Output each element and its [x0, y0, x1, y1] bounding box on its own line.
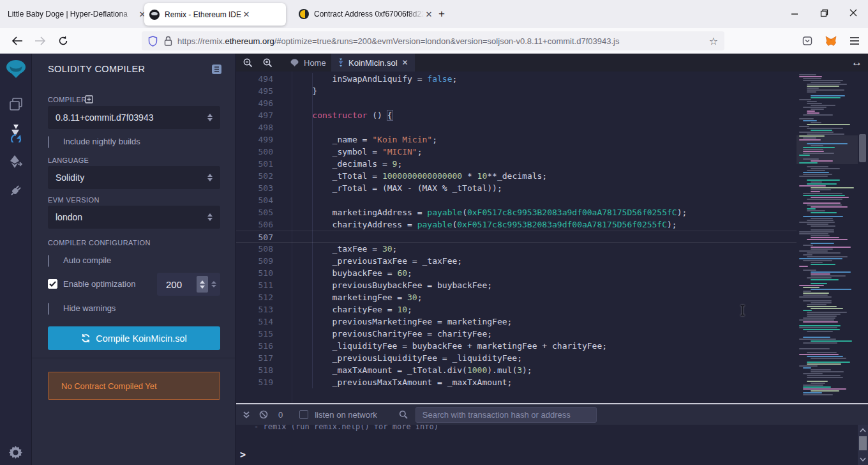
optimization-runs-input[interactable]: [157, 273, 220, 296]
zoom-out-icon[interactable]: [243, 58, 253, 70]
compiler-version-select[interactable]: 0.8.11+commit.d7f03943: [48, 106, 220, 129]
code-line-508[interactable]: 508 _taxFee = 30;: [236, 243, 797, 255]
terminal-collapse-icon[interactable]: [243, 411, 250, 419]
remix-favicon: [149, 10, 160, 20]
add-compiler-icon[interactable]: [85, 95, 93, 106]
code-line-502[interactable]: 502 _tTotal = 1000000000000000 * 10**_de…: [236, 170, 797, 182]
minimap-code-mark: [807, 316, 837, 317]
tab-home[interactable]: Home: [283, 54, 333, 72]
minimap[interactable]: [797, 72, 858, 404]
new-tab-button[interactable]: +: [434, 6, 449, 22]
minimap-code-mark: [803, 385, 823, 386]
language-select[interactable]: Solidity: [48, 166, 220, 189]
file-explorer-icon[interactable]: [0, 91, 32, 117]
menu-hamburger-icon[interactable]: [845, 28, 864, 54]
minimap-code-mark: [799, 176, 828, 177]
code-line-495[interactable]: 495 }: [236, 85, 797, 97]
code-line-513[interactable]: 513 charityFee = 10;: [236, 303, 797, 316]
code-line-498[interactable]: 498: [236, 121, 797, 133]
code-line-511[interactable]: 511 previousBuybackFee = buybackFee;: [236, 279, 797, 291]
terminal-prompt[interactable]: >: [240, 449, 246, 461]
compile-button[interactable]: Compile KoinMicin.sol: [48, 326, 220, 350]
enable-optimization-checkbox[interactable]: [48, 279, 57, 289]
minimap-code-mark: [811, 191, 820, 192]
code-line-494[interactable]: 494 inSwapAndLiquify = false;: [236, 73, 797, 85]
docs-book-icon[interactable]: [211, 64, 222, 77]
listen-on-network-checkbox[interactable]: [299, 410, 308, 419]
forward-button-disabled[interactable]: [31, 28, 50, 54]
minimap-code-mark: [807, 199, 842, 200]
code-line-497[interactable]: 497 constructor () {: [236, 109, 797, 121]
clear-console-icon[interactable]: [259, 410, 268, 419]
code-editor[interactable]: 494 inSwapAndLiquify = false;495 }496497…: [236, 72, 868, 404]
plugin-manager-icon[interactable]: [0, 178, 32, 203]
minimap-code-mark: [811, 248, 833, 250]
terminal-content[interactable]: - remix (run remix.help() for more info)…: [236, 425, 868, 465]
code-line-518[interactable]: 518 _maxTxAmount = _tTotal.div(1000).mul…: [236, 364, 797, 376]
terminal-scrollbar[interactable]: [858, 425, 868, 465]
reload-button[interactable]: [54, 28, 73, 54]
close-tab-icon[interactable]: ✕: [424, 9, 434, 19]
minimap-code-mark: [807, 208, 816, 210]
close-file-icon[interactable]: ✕: [402, 58, 408, 67]
terminal-scrollbar-thumb[interactable]: [859, 436, 867, 450]
metamask-icon[interactable]: [821, 28, 841, 54]
auto-compile-checkbox[interactable]: [48, 255, 49, 267]
minimap-code-mark: [811, 273, 830, 275]
code-line-506[interactable]: 506 charityAddress = payable(0xF0517c8c9…: [236, 218, 797, 231]
url-bar[interactable]: https://remix.ethereum.org/#optimize=tru…: [142, 31, 724, 50]
minimap-code-mark: [803, 386, 831, 388]
minimap-code-mark: [803, 291, 811, 292]
code-line-519[interactable]: 519 _previousMaxTxAmount = _maxTxAmount;: [236, 376, 797, 388]
code-line-501[interactable]: 501 _decimals = 9;: [236, 158, 797, 170]
code-line-509[interactable]: 509 _previousTaxFee = _taxFee;: [236, 255, 797, 267]
code-line-512[interactable]: 512 marketingFee = 30;: [236, 291, 797, 303]
code-line-504[interactable]: 504: [236, 194, 797, 206]
minimap-code-mark: [803, 114, 833, 116]
solidity-compiler-icon-active[interactable]: [0, 120, 32, 146]
runs-value-field[interactable]: [166, 279, 191, 290]
nightly-checkbox[interactable]: [48, 137, 49, 148]
code-line-496[interactable]: 496: [236, 97, 797, 109]
code-line-516[interactable]: 516 _liquidityFee = buybackFee + marketi…: [236, 340, 797, 352]
browser-tab-2-active[interactable]: Remix - Ethereum IDE ✕: [144, 3, 286, 26]
editor-scrollbar-thumb[interactable]: [859, 134, 866, 162]
hide-warnings-checkbox[interactable]: [48, 303, 49, 315]
code-line-510[interactable]: 510 buybackFee = 60;: [236, 267, 797, 279]
number-spinner[interactable]: [197, 276, 208, 293]
evm-version-select[interactable]: london: [48, 206, 220, 229]
code-line-514[interactable]: 514 previousMarketingFee = marketingFee;: [236, 316, 797, 328]
pocket-icon[interactable]: [798, 28, 817, 54]
browser-tab-title: Remix - Ethereum IDE: [165, 10, 241, 19]
transaction-search-box[interactable]: [415, 407, 597, 423]
code-line-517[interactable]: 517 _previousLiquidityFee = _liquidityFe…: [236, 352, 797, 364]
transaction-search-input[interactable]: [416, 408, 596, 422]
minimap-code-mark: [799, 250, 828, 252]
tab-koinmicin-sol-active[interactable]: KoinMicin.sol ✕: [331, 54, 415, 72]
code-line-500[interactable]: 500 _symbol = "MICIN";: [236, 146, 797, 158]
deploy-run-icon[interactable]: [0, 149, 32, 174]
code-line-515[interactable]: 515 previousCharityFee = charityFee;: [236, 328, 797, 340]
code-line-507[interactable]: 507: [236, 231, 797, 243]
minimap-code-mark: [803, 367, 811, 369]
scroll-up-icon[interactable]: [858, 425, 868, 435]
scroll-down-icon[interactable]: [858, 454, 868, 464]
code-line-503[interactable]: 503 _rTotal = (MAX - (MAX % _tTotal));: [236, 182, 797, 194]
back-button[interactable]: [8, 28, 27, 54]
window-minimize-button[interactable]: [780, 0, 809, 26]
browser-tab-3[interactable]: Contract Address 0xf67006f8d22 ✕: [291, 0, 438, 28]
browser-tab-1[interactable]: Little Baby Doge | Hyper-Deflationa ✕: [0, 0, 151, 28]
minimap-code-mark: [803, 373, 823, 374]
code-text: constructor () {: [292, 109, 393, 121]
zoom-in-icon[interactable]: [263, 58, 273, 70]
code-line-505[interactable]: 505 marketingAddress = payable(0xF0517c8…: [236, 206, 797, 218]
compiler-version-value: 0.8.11+commit.d7f03943: [56, 112, 153, 123]
code-line-499[interactable]: 499 _name = "Koin Micin";: [236, 133, 797, 146]
select-arrows-icon: [207, 114, 213, 121]
window-restore-button[interactable]: [809, 0, 839, 26]
bookmark-star-icon[interactable]: ☆: [709, 35, 718, 47]
window-close-button[interactable]: [839, 0, 868, 26]
close-tab-icon[interactable]: ✕: [241, 10, 251, 20]
settings-gear-icon[interactable]: [0, 439, 32, 465]
expand-horizontal-icon[interactable]: ↔: [851, 56, 862, 69]
